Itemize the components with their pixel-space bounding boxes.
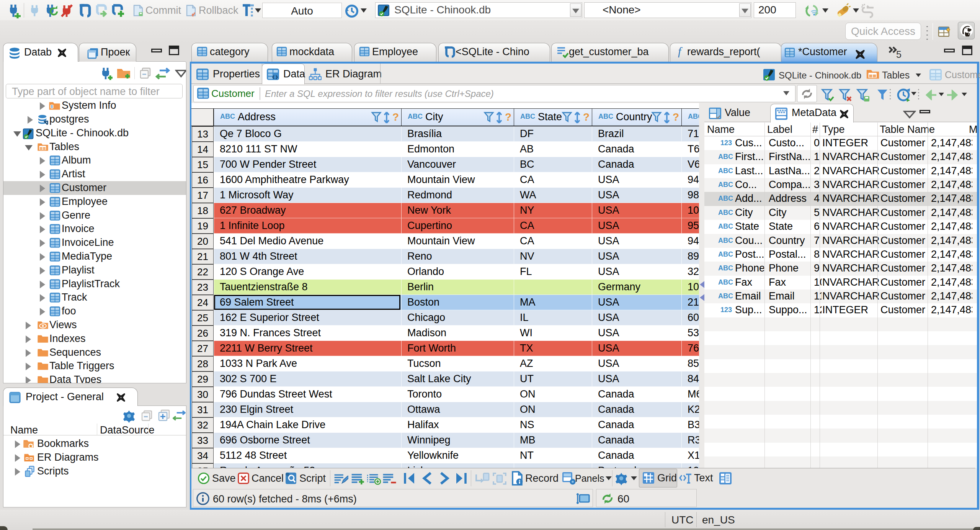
svg-text:f: f — [678, 45, 683, 57]
